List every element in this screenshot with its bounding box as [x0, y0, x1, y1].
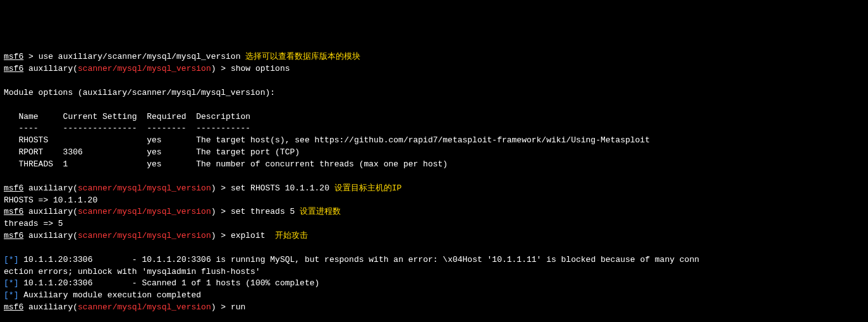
line: msf6 auxiliary(scanner/mysql/mysql_versi…	[4, 302, 245, 312]
line: [*] 10.1.1.20:3306 - Scanned 1 of 1 host…	[4, 278, 319, 288]
module-path: scanner/mysql/mysql_version	[78, 183, 211, 193]
prompt-msf6: msf6	[4, 302, 23, 312]
star-icon: *	[9, 255, 14, 264]
prompt-msf6: msf6	[4, 183, 23, 193]
module-path: scanner/mysql/mysql_version	[78, 302, 211, 312]
cmd-set-threads: set threads 5	[231, 207, 300, 216]
cmd-show-options: show options	[231, 64, 290, 73]
star-icon: *	[9, 278, 14, 288]
options-row: RHOSTS yes The target host(s), see https…	[4, 135, 650, 145]
out-rhosts: RHOSTS => 10.1.1.20	[4, 195, 97, 205]
options-header: Module options (auxiliary/scanner/mysql/…	[4, 88, 275, 97]
options-row: THREADS 1 yes The number of concurrent t…	[4, 159, 448, 169]
line: [*] 10.1.1.20:3306 - 10.1.1.20:3306 is r…	[4, 255, 699, 264]
cmd-run: run	[231, 302, 245, 312]
prompt-msf6: msf6	[4, 231, 23, 240]
line: msf6 auxiliary(scanner/mysql/mysql_versi…	[4, 183, 401, 193]
cmd-set-rhosts: set RHOSTS 10.1.1.20	[231, 183, 334, 193]
line: msf6 auxiliary(scanner/mysql/mysql_versi…	[4, 231, 308, 240]
annot-exploit: 开始攻击	[275, 231, 308, 240]
line: msf6 auxiliary(scanner/mysql/mysql_versi…	[4, 64, 290, 73]
cmd-exploit: exploit	[231, 231, 275, 240]
options-divider: ---- --------------- -------- ----------…	[4, 123, 250, 133]
annot-rhosts: 设置目标主机的IP	[334, 183, 402, 193]
prompt-msf6: msf6	[4, 64, 23, 73]
prompt-msf6: msf6	[4, 52, 23, 61]
module-path: scanner/mysql/mysql_version	[78, 64, 211, 73]
terminal[interactable]: msf6 > use auxiliary/scanner/mysql/mysql…	[4, 51, 864, 322]
line: msf6 auxiliary(scanner/mysql/mysql_versi…	[4, 207, 341, 216]
annot-use: 选择可以查看数据库版本的模块	[245, 52, 360, 61]
module-path: scanner/mysql/mysql_version	[78, 207, 211, 216]
line: msf6 > use auxiliary/scanner/mysql/mysql…	[4, 52, 360, 61]
module-path: scanner/mysql/mysql_version	[78, 231, 211, 240]
star-icon: *	[9, 290, 14, 300]
line: [*] Auxiliary module execution completed	[4, 290, 201, 300]
options-col-headers: Name Current Setting Required Descriptio…	[4, 112, 250, 121]
annot-threads: 设置进程数	[300, 207, 341, 216]
prompt-msf6: msf6	[4, 207, 23, 216]
out-threads: threads => 5	[4, 219, 63, 228]
line: ection errors; unblock with 'mysqladmin …	[4, 267, 260, 276]
options-row: RPORT 3306 yes The target port (TCP)	[4, 147, 300, 157]
cmd-use: use auxiliary/scanner/mysql/mysql_versio…	[39, 52, 246, 61]
